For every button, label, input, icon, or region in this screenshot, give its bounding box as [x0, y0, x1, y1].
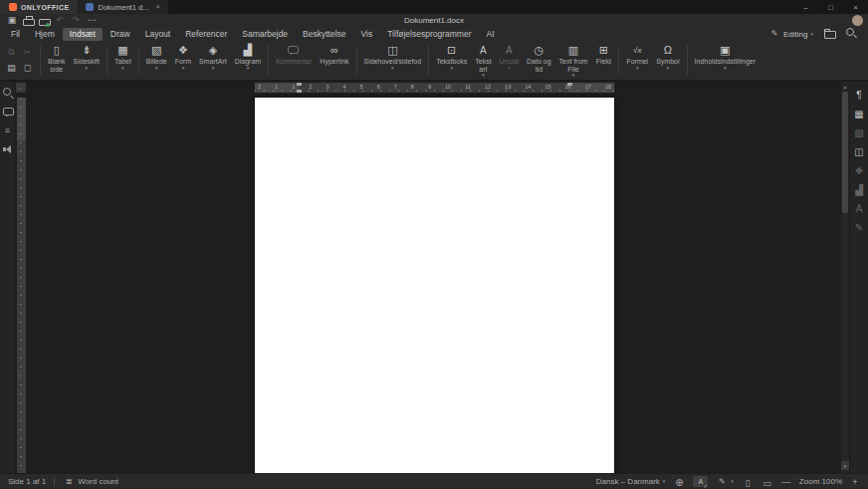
chevron-down-icon [391, 66, 394, 71]
zoom-in-button[interactable]: + [850, 477, 860, 487]
textbox-button[interactable]: Tekstboks [432, 41, 471, 80]
save-button[interactable] [4, 14, 20, 27]
page-count-label[interactable]: Side 1 af 1 [8, 477, 46, 486]
table-settings-button[interactable] [853, 108, 866, 121]
navigation-panel-button[interactable] [2, 124, 14, 136]
tab-vis[interactable]: Vis [354, 28, 380, 41]
undo-button[interactable] [52, 14, 68, 27]
menu-tab-label: Fil [11, 29, 20, 39]
first-line-indent-marker[interactable] [297, 83, 302, 86]
language-selector[interactable]: Dansk – Danmark [596, 477, 666, 486]
field-button[interactable]: Field [591, 41, 615, 80]
document-language-button[interactable] [673, 474, 685, 489]
paragraph-settings-button[interactable] [853, 89, 866, 102]
table-button[interactable]: Tabel [110, 41, 135, 80]
signature-settings-button[interactable] [853, 221, 866, 234]
tab-referencer[interactable]: Referencer [178, 28, 234, 41]
chart-button[interactable]: Diagram [231, 41, 265, 80]
hyperlink-button[interactable]: Hyperlink [316, 41, 352, 80]
text-from-file-button[interactable]: Text from File [555, 41, 592, 80]
fit-to-width-button[interactable] [761, 474, 773, 489]
pen-mode-button[interactable] [716, 476, 734, 488]
scrollbar-thumb[interactable] [842, 92, 848, 213]
headerfooter-settings-button[interactable] [853, 145, 866, 158]
hyperlink-icon [327, 44, 341, 57]
image-button[interactable]: Billede [142, 41, 171, 80]
menu-tab-label: Samarbejde [242, 29, 288, 39]
copy-icon [6, 47, 18, 59]
ribbon-button-label: Kommentar [276, 58, 312, 66]
maximize-button[interactable]: □ [818, 0, 843, 14]
quick-print-button[interactable] [36, 14, 52, 27]
comment-button[interactable]: Kommentar [272, 41, 316, 80]
word-count-button[interactable]: Word count [63, 476, 118, 488]
user-avatar[interactable] [852, 15, 863, 26]
symbol-button[interactable]: Symbol [652, 41, 683, 80]
page-break-button[interactable]: Sideskift [70, 41, 104, 80]
tab-draw[interactable]: Draw [104, 28, 137, 41]
drop-cap-button[interactable]: Uncial [496, 41, 523, 80]
smartart-button[interactable]: SmartArt [195, 41, 231, 80]
chevron-down-icon [810, 32, 813, 37]
image-settings-button[interactable] [853, 126, 866, 139]
header-footer-group: Sidehoved/sidefod [360, 41, 426, 80]
tab-stop-selector[interactable]: ∟ [16, 83, 26, 93]
app-menu-button[interactable]: ONLYOFFICE [0, 0, 78, 14]
ruler-number: 16 [565, 85, 571, 91]
ruler-number: 4 [342, 85, 345, 91]
feedback-support-button[interactable] [2, 143, 14, 155]
close-window-button[interactable]: × [843, 0, 868, 14]
tab-fil[interactable]: Fil [4, 28, 27, 41]
document-tab[interactable]: Dokument1 d... × [78, 0, 168, 14]
close-tab-icon[interactable]: × [155, 3, 160, 11]
select-all-button[interactable] [20, 61, 35, 76]
tab-samarbejde[interactable]: Samarbejde [235, 28, 295, 41]
tab-ai[interactable]: AI [479, 28, 501, 41]
document-title: Dokument1.docx [0, 16, 868, 25]
open-file-location-button[interactable] [823, 27, 835, 42]
paste-button[interactable] [4, 61, 19, 76]
fit-to-page-button[interactable] [742, 474, 754, 489]
tab-indsaet[interactable]: Indsæt [63, 28, 103, 41]
textart-settings-button[interactable] [853, 202, 866, 215]
editing-mode-button[interactable]: Editing [768, 28, 813, 40]
document-page[interactable] [255, 98, 614, 473]
blank-page-button[interactable]: Blank side [44, 41, 70, 80]
search-panel-button[interactable] [2, 87, 14, 99]
chevron-down-icon [247, 66, 250, 71]
shape-settings-button[interactable] [853, 164, 866, 177]
shape-button[interactable]: Form [171, 41, 195, 80]
print-button[interactable] [20, 14, 36, 27]
tab-layout[interactable]: Layout [138, 28, 178, 41]
shape-icon [853, 165, 865, 177]
left-indent-marker[interactable] [297, 90, 302, 93]
tab-beskyttelse[interactable]: Beskyttelse [296, 28, 352, 41]
menu-tab-label: Indsæt [70, 29, 96, 39]
right-indent-marker[interactable] [567, 83, 572, 86]
spell-checking-button[interactable] [693, 476, 708, 487]
minimize-button[interactable]: – [793, 0, 818, 14]
vertical-scrollbar[interactable] [841, 82, 849, 473]
tab-hjem[interactable]: Hjem [28, 28, 62, 41]
text-art-button[interactable]: Tekst art [471, 41, 495, 80]
ribbon-button-label: Field [596, 58, 611, 66]
copy-button[interactable] [4, 45, 19, 60]
equation-button[interactable]: Formel [622, 41, 652, 80]
scroll-down-arrow-icon[interactable] [841, 461, 849, 470]
redo-button[interactable] [68, 14, 84, 27]
comments-panel-button[interactable] [2, 106, 14, 118]
cut-button[interactable] [20, 45, 35, 60]
chart-settings-button[interactable] [853, 183, 866, 196]
zoom-level-label[interactable]: Zoom 100% [799, 477, 842, 486]
date-time-button[interactable]: Dato og tid [523, 41, 555, 80]
chart-icon [853, 184, 865, 196]
search-button[interactable] [845, 27, 857, 42]
content-controls-button[interactable]: Indholdsindstillinger [691, 41, 760, 80]
image-icon [149, 44, 163, 57]
zoom-out-button[interactable]: — [781, 477, 791, 487]
ruler-number: 18 [605, 85, 611, 91]
tab-tilfojelsesprogrammer[interactable]: Tilføjelsesprogrammer [380, 28, 478, 41]
header-footer-button[interactable]: Sidehoved/sidefod [360, 41, 426, 80]
scroll-up-arrow-icon[interactable] [841, 82, 849, 91]
customize-quick-access-button[interactable] [84, 14, 100, 27]
